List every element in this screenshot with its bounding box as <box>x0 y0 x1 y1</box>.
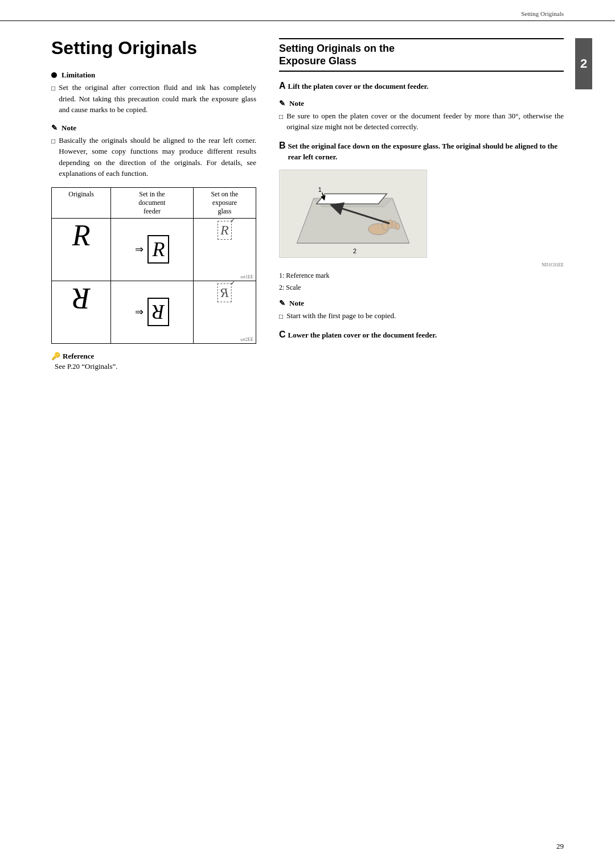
dashed-r-2: R <box>218 283 232 302</box>
set-code-2: set2EE <box>240 337 253 342</box>
step-a-row: A Lift the platen cover or the document … <box>279 81 564 92</box>
svg-marker-3 <box>317 194 387 204</box>
note-b-block: ✎ Note □ Start with the first page to be… <box>279 299 564 322</box>
content-area: Setting Originals Limitation □ Set the o… <box>0 21 615 394</box>
pencil-icon: ✎ <box>51 124 58 133</box>
page-number: 29 <box>556 842 564 851</box>
right-column: 2 Setting Originals on the Exposure Glas… <box>279 38 564 371</box>
limitation-item: □ Set the original after correction flui… <box>51 82 256 116</box>
r-letter-large-2: R <box>72 283 91 313</box>
step-b-text: Set the original face down on the exposu… <box>288 141 564 163</box>
svg-point-12 <box>395 223 400 229</box>
left-column: Setting Originals Limitation □ Set the o… <box>51 38 256 371</box>
note-b-item: □ Start with the first page to be copied… <box>279 310 564 322</box>
diagram-code: ND1C01EE <box>279 262 564 268</box>
step-c-letter: C <box>279 330 286 340</box>
checkbox-icon: □ <box>51 136 55 146</box>
page-header: Setting Originals <box>0 0 615 21</box>
svg-text:2: 2 <box>353 248 356 254</box>
reference-text: See P.20 “Originals”. <box>55 362 256 371</box>
table-header-originals: Originals <box>52 187 111 218</box>
step-c-row: C Lower the platen cover or the document… <box>279 330 564 341</box>
table-header-feeder: Set in thedocumentfeeder <box>111 187 194 218</box>
note-a-label: ✎ Note <box>279 99 564 108</box>
note1-block: ✎ Note □ Basically the originals should … <box>51 124 256 179</box>
table-cell-original-1: R <box>52 218 111 281</box>
diagram-area: 1 2 <box>279 170 427 258</box>
limitation-block: Limitation □ Set the original after corr… <box>51 71 256 116</box>
checkbox-icon-b: □ <box>279 311 283 322</box>
bullet-icon <box>51 72 57 78</box>
table-row-2: R ⇒ R ✓ R <box>52 281 256 343</box>
note1-label: ✎ Note <box>51 124 256 133</box>
limitation-label: Limitation <box>51 71 256 80</box>
note-a-item: □ Be sure to open the platen cover or th… <box>279 110 564 133</box>
table-cell-feeder-2: ⇒ R <box>111 281 194 343</box>
table-row-1: R ⇒ R ✓ R <box>52 218 256 281</box>
checkbox-icon: □ <box>51 83 55 93</box>
diagram-label-2: 2: Scale <box>279 282 564 294</box>
step-b-letter: B <box>279 141 286 151</box>
set-code-1: set1EE <box>240 274 253 279</box>
page-title: Setting Originals <box>51 38 256 58</box>
note-b-label: ✎ Note <box>279 299 564 308</box>
table-header-glass: Set on theexposureglass <box>193 187 256 218</box>
note-a-block: ✎ Note □ Be sure to open the platen cove… <box>279 99 564 133</box>
section-heading: Setting Originals on the Exposure Glass <box>279 38 564 72</box>
diagram-labels: 1: Reference mark 2: Scale <box>279 270 564 294</box>
dashed-r-1: R <box>218 221 232 240</box>
table-cell-glass-1: ✓ R set1EE <box>193 218 256 281</box>
step-a-text: Lift the platen cover or the document fe… <box>288 81 564 92</box>
table-cell-feeder-1: ⇒ R <box>111 218 194 281</box>
arrow-icon-2: ⇒ <box>135 306 144 318</box>
chapter-tab: 2 <box>575 38 592 89</box>
diagram-svg: 1 2 <box>280 170 427 257</box>
reference-label: 🔑 Reference <box>51 352 256 361</box>
table-cell-original-2: R <box>52 281 111 343</box>
step-b-row: B Set the original face down on the expo… <box>279 141 564 163</box>
feeder-diagram-1: ⇒ R <box>114 221 190 278</box>
header-title: Setting Originals <box>521 10 564 17</box>
pencil-icon-a: ✎ <box>279 99 285 108</box>
originals-table: Originals Set in thedocumentfeeder Set o… <box>51 187 256 344</box>
note1-item: □ Basically the originals should be alig… <box>51 135 256 179</box>
key-icon: 🔑 <box>51 352 60 361</box>
diagram-label-1: 1: Reference mark <box>279 270 564 282</box>
checkbox-icon-a: □ <box>279 112 283 122</box>
boxed-r-1: R <box>147 235 169 264</box>
boxed-r-2: R <box>147 298 169 326</box>
r-letter-large: R <box>72 219 91 252</box>
step-c-text: Lower the platen cover or the document f… <box>288 330 564 341</box>
arrow-icon: ⇒ <box>135 243 144 256</box>
table-cell-glass-2: ✓ R set2EE <box>193 281 256 343</box>
svg-text:1: 1 <box>318 186 322 192</box>
step-a-letter: A <box>279 81 286 91</box>
page-container: Setting Originals Setting Originals Limi… <box>0 0 615 868</box>
pencil-icon-b: ✎ <box>279 299 285 308</box>
feeder-diagram-2: ⇒ R <box>114 283 190 341</box>
reference-block: 🔑 Reference See P.20 “Originals”. <box>51 352 256 371</box>
